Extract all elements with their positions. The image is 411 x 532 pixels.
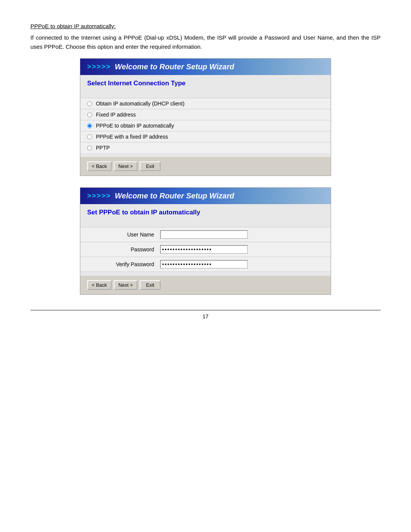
wizard-title-2: Welcome to Router Setup Wizard <box>115 192 234 200</box>
radio-dhcp-label: Obtain IP automatically (DHCP client) <box>96 101 185 107</box>
wizard-buttons-1: < Back Next > Exit <box>80 157 331 176</box>
exit-button-2[interactable]: Exit <box>140 280 161 290</box>
password-input[interactable] <box>160 245 248 254</box>
radio-option-1[interactable]: Obtain IP automatically (DHCP client) <box>80 98 331 109</box>
radio-option-4[interactable]: PPPoE with a fixed IP address <box>80 131 331 142</box>
radio-pptp-label: PPTP <box>96 145 110 151</box>
wizard-box-2: >>>>> Welcome to Router Setup Wizard Set… <box>80 187 331 295</box>
radio-option-3[interactable]: PPPoE to obtain IP automatically <box>80 120 331 131</box>
next-button-1[interactable]: Next > <box>114 161 137 171</box>
radio-pppoe-auto[interactable] <box>87 123 92 128</box>
form-row-password: Password <box>80 242 331 257</box>
form-table: User Name Password Verify Password <box>80 227 331 272</box>
wizard-header-2: >>>>> Welcome to Router Setup Wizard <box>80 188 331 204</box>
wizard-title-1: Welcome to Router Setup Wizard <box>115 62 234 71</box>
back-button-1[interactable]: < Back <box>87 161 112 171</box>
back-button-2[interactable]: < Back <box>87 280 112 290</box>
wizard-subtitle-2: Set PPPoE to obtain IP automatically <box>80 204 331 219</box>
radio-option-2[interactable]: Fixed IP address <box>80 109 331 120</box>
wizard-header-1: >>>>> Welcome to Router Setup Wizard <box>80 59 331 75</box>
radio-option-5[interactable]: PPTP <box>80 142 331 153</box>
wizard-arrows-1: >>>>> <box>87 63 111 71</box>
form-row-verify: Verify Password <box>80 257 331 272</box>
radio-fixed-ip-label: Fixed IP address <box>96 112 136 118</box>
wizard-content-2: User Name Password Verify Password <box>80 219 331 276</box>
page-number: 17 <box>30 310 381 320</box>
intro-text: If connected to the Internet using a PPP… <box>30 33 381 51</box>
password-label: Password <box>80 242 156 257</box>
wizard-buttons-2: < Back Next > Exit <box>80 276 331 294</box>
radio-pptp[interactable] <box>87 145 92 150</box>
wizard-content-1: Obtain IP automatically (DHCP client) Fi… <box>80 90 331 157</box>
next-button-2[interactable]: Next > <box>114 280 137 290</box>
verify-input[interactable] <box>160 260 248 268</box>
radio-pppoe-auto-label: PPPoE to obtain IP automatically <box>96 123 174 129</box>
password-cell <box>156 242 331 257</box>
radio-pppoe-fixed[interactable] <box>87 134 92 139</box>
radio-fixed-ip[interactable] <box>87 112 92 117</box>
exit-button-1[interactable]: Exit <box>140 161 161 171</box>
wizard-arrows-2: >>>>> <box>87 192 111 200</box>
verify-label: Verify Password <box>80 257 156 272</box>
wizard-subtitle-1: Select Internet Connection Type <box>80 75 331 90</box>
username-label: User Name <box>80 227 156 242</box>
form-row-username: User Name <box>80 227 331 242</box>
section-title: PPPoE to obtain IP automatically: <box>30 23 381 29</box>
verify-cell <box>156 257 331 272</box>
username-cell <box>156 227 331 242</box>
radio-pppoe-fixed-label: PPPoE with a fixed IP address <box>96 134 168 140</box>
radio-dhcp[interactable] <box>87 101 92 106</box>
wizard-box-1: >>>>> Welcome to Router Setup Wizard Sel… <box>80 58 331 176</box>
username-input[interactable] <box>160 230 248 239</box>
